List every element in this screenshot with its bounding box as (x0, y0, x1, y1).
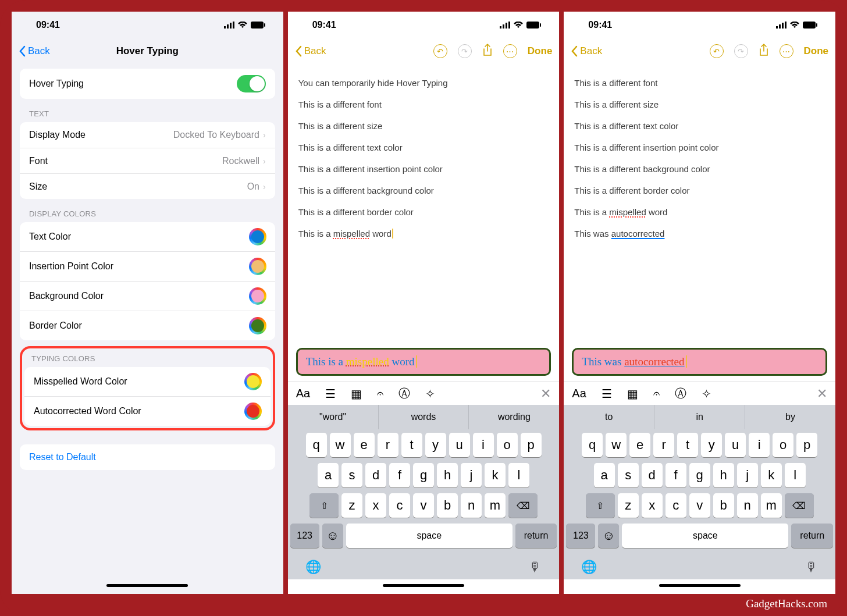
key-c[interactable]: c (666, 493, 686, 518)
key-d[interactable]: d (642, 463, 663, 487)
key-t[interactable]: t (401, 433, 422, 457)
key-e[interactable]: e (629, 433, 650, 457)
display-color-row-0[interactable]: Text Color (20, 222, 275, 251)
typing-color-row-1[interactable]: Autocorrected Word Color (24, 396, 271, 426)
ai-icon[interactable]: ✧ (425, 387, 435, 401)
key-h[interactable]: h (437, 463, 458, 487)
done-button[interactable]: Done (528, 45, 553, 57)
toggle-switch[interactable] (237, 75, 266, 92)
back-button[interactable]: Back (571, 45, 602, 57)
key-j[interactable]: j (461, 463, 482, 487)
key-y[interactable]: y (701, 433, 722, 457)
key-u[interactable]: u (449, 433, 470, 457)
key-j[interactable]: j (737, 463, 758, 487)
key-v[interactable]: v (689, 493, 710, 518)
shift-key[interactable]: ⇧ (586, 493, 615, 518)
key-y[interactable]: y (425, 433, 446, 457)
key-o[interactable]: o (773, 433, 793, 457)
format-icon[interactable]: Aa (296, 387, 310, 400)
key-n[interactable]: n (461, 493, 482, 518)
key-z[interactable]: z (341, 493, 362, 518)
home-indicator[interactable] (106, 584, 188, 587)
delete-key[interactable]: ⌫ (508, 493, 538, 518)
font-row[interactable]: Font Rockwell › (20, 148, 275, 173)
size-row[interactable]: Size On › (20, 173, 275, 199)
attach-icon[interactable]: 𝄐 (377, 387, 383, 400)
key-b[interactable]: b (437, 493, 458, 518)
typing-color-row-0[interactable]: Misspelled Word Color (24, 367, 271, 396)
key-l[interactable]: l (785, 463, 806, 487)
done-button[interactable]: Done (804, 45, 829, 57)
key-w[interactable]: w (330, 433, 351, 457)
globe-icon[interactable]: 🌐 (305, 560, 321, 575)
reset-button[interactable]: Reset to Default (20, 444, 275, 470)
key-m[interactable]: m (485, 493, 506, 518)
suggestion[interactable]: "word" (288, 405, 379, 429)
suggestion[interactable]: in (654, 405, 745, 429)
markup-icon[interactable]: Ⓐ (398, 386, 410, 401)
numbers-key[interactable]: 123 (566, 524, 595, 548)
ai-icon[interactable]: ✧ (702, 387, 711, 401)
close-keyboard-icon[interactable]: ✕ (540, 386, 551, 401)
delete-key[interactable]: ⌫ (785, 493, 814, 518)
key-r[interactable]: r (378, 433, 398, 457)
key-b[interactable]: b (713, 493, 734, 518)
return-key[interactable]: return (515, 524, 557, 548)
emoji-key[interactable]: ☺ (322, 524, 343, 548)
key-r[interactable]: r (653, 433, 674, 457)
key-v[interactable]: v (413, 493, 434, 518)
back-button[interactable]: Back (295, 45, 326, 57)
key-z[interactable]: z (618, 493, 639, 518)
space-key[interactable]: space (346, 524, 513, 548)
key-k[interactable]: k (761, 463, 782, 487)
attach-icon[interactable]: 𝄐 (653, 387, 660, 400)
suggestion[interactable]: wording (469, 405, 559, 429)
key-p[interactable]: p (521, 433, 542, 457)
note-content[interactable]: This is a different fontThis is a differ… (564, 64, 835, 344)
table-icon[interactable]: ▦ (351, 387, 362, 401)
hover-typing-toggle-row[interactable]: Hover Typing (20, 69, 275, 99)
more-icon[interactable]: ⋯ (780, 44, 793, 58)
suggestion[interactable]: words (379, 405, 469, 429)
key-i[interactable]: i (749, 433, 770, 457)
key-f[interactable]: f (666, 463, 686, 487)
key-w[interactable]: w (606, 433, 627, 457)
emoji-key[interactable]: ☺ (598, 524, 619, 548)
undo-icon[interactable]: ↶ (433, 44, 447, 58)
checklist-icon[interactable]: ☰ (602, 387, 612, 401)
suggestion[interactable]: to (564, 405, 654, 429)
key-m[interactable]: m (761, 493, 782, 518)
checklist-icon[interactable]: ☰ (325, 387, 336, 401)
table-icon[interactable]: ▦ (627, 387, 638, 401)
key-a[interactable]: a (318, 463, 339, 487)
suggestion[interactable]: by (745, 405, 835, 429)
display-color-row-2[interactable]: Background Color (20, 281, 275, 311)
key-x[interactable]: x (365, 493, 386, 518)
more-icon[interactable]: ⋯ (503, 44, 517, 58)
back-button[interactable]: Back (19, 45, 50, 57)
close-keyboard-icon[interactable]: ✕ (817, 386, 827, 401)
key-o[interactable]: o (497, 433, 518, 457)
key-s[interactable]: s (341, 463, 362, 487)
key-s[interactable]: s (618, 463, 639, 487)
key-d[interactable]: d (365, 463, 386, 487)
key-h[interactable]: h (713, 463, 734, 487)
space-key[interactable]: space (622, 524, 788, 548)
key-e[interactable]: e (354, 433, 375, 457)
key-l[interactable]: l (508, 463, 529, 487)
key-f[interactable]: f (389, 463, 410, 487)
key-u[interactable]: u (725, 433, 746, 457)
numbers-key[interactable]: 123 (290, 524, 319, 548)
display-color-row-3[interactable]: Border Color (20, 311, 275, 340)
display-color-row-1[interactable]: Insertion Point Color (20, 251, 275, 281)
share-icon[interactable] (759, 44, 769, 59)
note-content[interactable]: You can temporarily hide Hover TypingThi… (288, 64, 560, 344)
key-n[interactable]: n (737, 493, 758, 518)
shift-key[interactable]: ⇧ (309, 493, 339, 518)
mic-icon[interactable]: 🎙 (529, 560, 542, 575)
key-q[interactable]: q (582, 433, 603, 457)
markup-icon[interactable]: Ⓐ (675, 386, 686, 401)
key-i[interactable]: i (473, 433, 494, 457)
display-mode-row[interactable]: Display Mode Docked To Keyboard › (20, 122, 275, 148)
key-c[interactable]: c (389, 493, 410, 518)
